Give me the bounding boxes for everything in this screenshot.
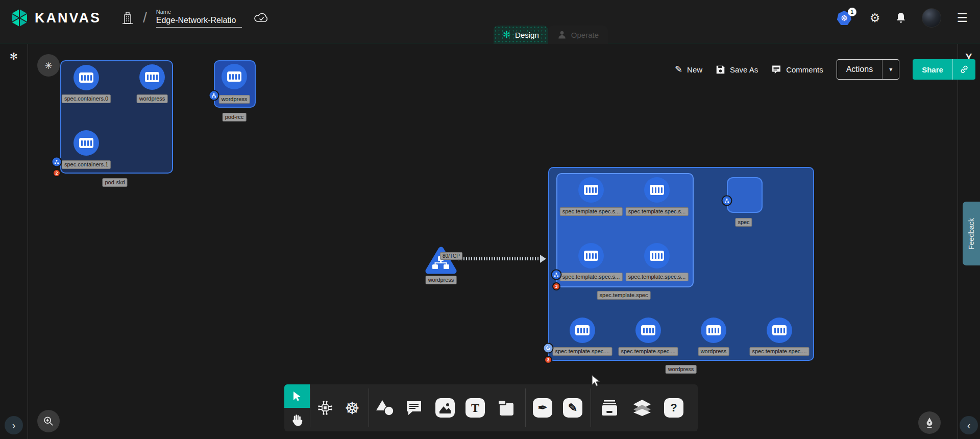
node-label: spec.template.spec.... xyxy=(750,347,810,356)
text-tool-button[interactable]: T xyxy=(465,398,485,418)
error-count-badge[interactable]: 3 xyxy=(544,356,552,364)
node-spec-containers-1[interactable] xyxy=(74,130,99,156)
container-icon xyxy=(584,251,598,261)
node-spec[interactable] xyxy=(727,177,763,213)
deployment-badge-icon[interactable] xyxy=(543,343,554,354)
tab-design[interactable]: ✻ Design xyxy=(494,26,548,44)
pod-badge-icon[interactable] xyxy=(722,196,732,206)
actions-dropdown-caret[interactable]: ▾ xyxy=(882,60,899,79)
select-tool-button[interactable] xyxy=(284,384,310,408)
node-template-container[interactable] xyxy=(767,318,792,343)
comments-button[interactable]: Comments xyxy=(771,65,823,75)
design-name-input[interactable] xyxy=(156,16,242,28)
notifications-bell-icon[interactable] xyxy=(895,12,906,24)
pan-hand-tool-button[interactable] xyxy=(284,408,310,431)
tab-operate[interactable]: Operate xyxy=(548,26,608,44)
node-template-container[interactable] xyxy=(635,318,661,343)
pod-badge-icon[interactable] xyxy=(209,90,219,101)
freehand-tool-button[interactable]: ✎ xyxy=(563,398,582,418)
text-icon: T xyxy=(465,398,485,418)
actions-button[interactable]: Actions ▾ xyxy=(837,59,900,80)
node-label: spec.containers.1 xyxy=(62,160,111,169)
container-icon xyxy=(584,185,598,195)
user-avatar[interactable] xyxy=(922,8,941,28)
canvas-settings-button[interactable]: ✳ xyxy=(37,54,60,77)
group-label: wordpress xyxy=(666,365,697,374)
help-tool-button[interactable]: ? xyxy=(664,398,683,418)
expand-right-panel-button[interactable]: ‹ xyxy=(960,416,978,434)
expand-left-panel-button[interactable]: › xyxy=(5,416,23,434)
comments-icon xyxy=(771,65,781,75)
kubernetes-context-count-badge: 1 xyxy=(848,8,856,16)
container-icon xyxy=(706,325,721,335)
header: KANVAS / Name ☸ xyxy=(0,0,980,44)
new-label: New xyxy=(687,65,702,74)
node-template-container[interactable] xyxy=(644,243,670,269)
node-template-container[interactable] xyxy=(578,243,604,269)
kanvas-logo-icon[interactable] xyxy=(9,8,30,28)
drawer-tool-button[interactable] xyxy=(600,399,619,417)
zoom-search-button[interactable] xyxy=(37,410,60,432)
settings-gear-icon[interactable]: ⚙ xyxy=(870,11,880,25)
canvas-action-bar: ✎ New Save As Comments Actions ▾ Share xyxy=(675,59,975,80)
image-tool-button[interactable] xyxy=(435,398,455,418)
operate-person-icon xyxy=(557,30,567,39)
pod-badge-icon[interactable] xyxy=(551,270,562,280)
node-template-container[interactable] xyxy=(578,177,604,203)
group-label: pod-rcc xyxy=(223,113,247,121)
new-button[interactable]: ✎ New xyxy=(675,64,702,75)
node-label: wordpress xyxy=(698,347,729,356)
node-wordpress-service[interactable] xyxy=(425,246,457,275)
ink-pen-button[interactable] xyxy=(918,411,941,434)
magnifier-plus-icon xyxy=(43,416,54,427)
left-rail xyxy=(0,44,28,439)
node-label: spec.template.spec.... xyxy=(619,347,678,356)
pen-tool-button[interactable]: ✒ xyxy=(533,398,552,418)
container-icon xyxy=(641,325,655,335)
node-template-container[interactable] xyxy=(570,318,595,343)
header-icons: ☸ 1 ⚙ ☰ xyxy=(837,8,968,28)
node-label: spec xyxy=(735,218,752,227)
copy-link-icon[interactable] xyxy=(952,59,975,80)
meshery-spiral-icon[interactable]: ✻ xyxy=(10,51,18,62)
shapes-tool-button[interactable] xyxy=(375,399,394,417)
pen-icon: ✒ xyxy=(533,398,552,418)
feedback-tab[interactable]: Feedback xyxy=(963,202,980,265)
node-label: wordpress xyxy=(426,276,457,284)
components-tool-button[interactable] xyxy=(316,399,334,417)
node-spec-containers-0[interactable] xyxy=(74,65,99,90)
frame-tool-button[interactable] xyxy=(496,398,516,418)
error-count-badge[interactable]: 2 xyxy=(53,169,61,177)
share-label: Share xyxy=(913,59,952,80)
node-template-container[interactable] xyxy=(644,177,670,203)
drawer-icon xyxy=(600,399,619,417)
kubernetes-context-button[interactable]: ☸ 1 xyxy=(837,10,854,26)
kubernetes-tool-button[interactable]: ☸ xyxy=(345,398,360,418)
group-spec-template-spec[interactable] xyxy=(556,173,694,287)
feedback-label: Feedback xyxy=(967,218,975,249)
error-count-badge[interactable]: 3 xyxy=(552,282,560,290)
node-label: spec.template.spec.... xyxy=(553,347,612,356)
edge-port-label: 80/TCP xyxy=(440,252,462,260)
save-floppy-icon xyxy=(716,65,725,75)
save-as-button[interactable]: Save As xyxy=(716,65,758,75)
node-wordpress-container[interactable] xyxy=(222,64,247,89)
chevron-right-icon: › xyxy=(12,420,16,431)
container-icon xyxy=(575,325,590,335)
edge-service-to-deployment[interactable] xyxy=(458,257,541,260)
comment-tool-button[interactable] xyxy=(405,400,423,416)
hamburger-menu-icon[interactable]: ☰ xyxy=(957,11,968,25)
bottom-toolbar: ☸ T xyxy=(284,384,698,431)
node-wordpress-container[interactable] xyxy=(701,318,726,343)
pod-badge-icon[interactable] xyxy=(52,157,62,167)
container-icon xyxy=(227,71,241,82)
share-button[interactable]: Share xyxy=(913,59,975,80)
design-name-field: Name xyxy=(156,9,242,28)
node-label: spec.template.spec.s... xyxy=(560,273,623,281)
kubernetes-helm-icon: ☸ xyxy=(345,398,360,418)
node-wordpress-container[interactable] xyxy=(139,64,165,90)
layers-tool-button[interactable] xyxy=(632,399,652,417)
hand-icon xyxy=(290,413,304,426)
tab-operate-label: Operate xyxy=(571,31,599,39)
organization-icon[interactable] xyxy=(121,11,134,25)
